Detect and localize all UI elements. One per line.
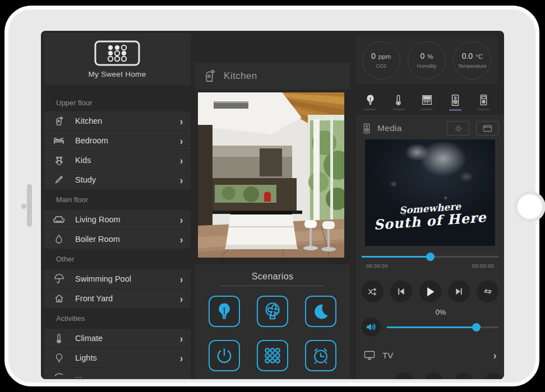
dots-grid-icon — [263, 346, 282, 365]
sensor-humidity: 0% Humidity — [408, 41, 446, 80]
scenarios-panel: Scenarios — [195, 264, 350, 379]
sidebar: My Sweet Home Upper floor Kitchen › — [44, 33, 191, 379]
tab-intercom[interactable] — [477, 91, 489, 114]
section-label: Upper floor — [44, 93, 191, 111]
chevron-right-icon: › — [180, 134, 183, 146]
repeat-button[interactable] — [477, 281, 498, 302]
partial-icon — [53, 368, 65, 379]
chevron-right-icon: › — [180, 292, 183, 304]
sidebar-item-label: Climate — [75, 334, 180, 343]
thermometer-icon — [53, 333, 65, 344]
sensor-value: 0 — [420, 52, 424, 60]
device-circle-button[interactable] — [482, 372, 504, 379]
volume-slider[interactable] — [387, 323, 498, 331]
device-circle-button[interactable] — [393, 372, 415, 379]
tv-row[interactable]: TV › — [362, 346, 498, 365]
play-icon — [424, 286, 436, 297]
progress-thumb[interactable] — [426, 253, 435, 261]
sidebar-item-bedroom[interactable]: Bedroom › — [44, 131, 191, 150]
shuffle-icon — [367, 287, 378, 296]
scenario-night-button[interactable] — [305, 296, 336, 327]
device-circle-button[interactable] — [423, 372, 445, 379]
chevron-right-icon: › — [180, 115, 183, 127]
scenario-keypad-button[interactable] — [257, 340, 288, 371]
sidebar-item-boiler-room[interactable]: Boiler Room › — [44, 230, 191, 249]
progress-slider[interactable] — [362, 253, 498, 260]
bulb-icon — [53, 352, 65, 363]
tab-media[interactable] — [449, 91, 461, 114]
sidebar-item-label: Kids — [75, 156, 180, 165]
sidebar-item-kitchen[interactable]: Kitchen › — [44, 111, 191, 130]
bulb-filled-icon — [216, 302, 233, 321]
main-column: Kitchen — [195, 31, 350, 379]
volume-thumb[interactable] — [472, 323, 481, 332]
sensor-label: CO2 — [376, 63, 386, 69]
sidebar-item-lights[interactable]: Lights › — [44, 348, 191, 367]
speaker-icon — [451, 94, 460, 106]
water-drop-icon — [53, 234, 65, 245]
tab-lights[interactable] — [364, 91, 376, 114]
tab-climate[interactable] — [392, 91, 405, 114]
media-title: Media — [377, 123, 440, 133]
home-button[interactable] — [518, 194, 542, 219]
thermometer-icon — [395, 94, 402, 106]
remaining-time: 00:00:00 — [472, 263, 494, 269]
sensor-value: 0.0 — [462, 52, 473, 60]
sidebar-item-label: Lights — [75, 353, 180, 362]
dots-grid-logo-icon — [94, 40, 140, 66]
kettle-icon — [202, 69, 217, 83]
chevron-right-icon: › — [180, 174, 183, 185]
sidebar-item-living-room[interactable]: Living Room › — [44, 210, 191, 229]
scenario-power-button[interactable] — [209, 340, 240, 371]
tab-blinds[interactable] — [421, 91, 433, 114]
section-label: Activities — [44, 309, 191, 329]
scenario-fan-button[interactable] — [257, 296, 288, 327]
tv-icon — [364, 351, 375, 360]
shuffle-button[interactable] — [362, 281, 384, 302]
scenario-alarm-button[interactable] — [305, 340, 336, 371]
speaker-icon — [363, 123, 371, 134]
room-header: Kitchen — [195, 63, 350, 90]
volume-rocker — [27, 184, 32, 227]
fan-icon — [263, 301, 282, 321]
media-panel: Media — [356, 115, 504, 379]
volume-icon — [366, 323, 376, 332]
sidebar-item-front-yard[interactable]: Front Yard › — [44, 289, 191, 308]
sidebar-item-swimming-pool[interactable]: Swimming Pool › — [44, 269, 191, 288]
app-screen: My Sweet Home Upper floor Kitchen › — [41, 31, 504, 379]
sidebar-item-label: Boiler Room — [75, 235, 180, 244]
kitchen-photo — [198, 92, 344, 258]
sidebar-item-label: Kitchen — [75, 116, 180, 125]
previous-button[interactable] — [390, 281, 412, 302]
device-more-button[interactable]: ... — [452, 372, 474, 379]
mute-button[interactable] — [362, 318, 381, 337]
play-button[interactable] — [419, 281, 441, 302]
sidebar-item-kids[interactable]: Kids › — [44, 151, 191, 170]
section-label: Other — [44, 249, 191, 269]
media-settings-button[interactable] — [447, 121, 469, 136]
sidebar-item-partial[interactable]: ... — [44, 368, 191, 379]
sidebar-item-climate[interactable]: Climate › — [44, 329, 191, 348]
sensor-unit: % — [427, 53, 433, 60]
alarm-clock-icon — [311, 346, 330, 365]
house-icon — [53, 293, 65, 304]
sidebar-item-label: ... — [75, 371, 183, 379]
pen-icon — [53, 174, 65, 185]
sidebar-item-label: Living Room — [75, 215, 180, 224]
sidebar-item-study[interactable]: Study › — [44, 170, 191, 189]
scenario-lights-button[interactable] — [209, 296, 240, 327]
bulb-filled-icon — [366, 94, 375, 106]
album-art: Somewhere South of Here — [365, 139, 495, 246]
skip-previous-icon — [397, 287, 405, 296]
sensor-unit: ppm — [378, 53, 391, 60]
media-library-button[interactable] — [476, 121, 498, 136]
sensor-temperature: 0.0°C Temperature — [453, 41, 491, 80]
volume-row — [356, 318, 504, 337]
home-logo-button[interactable]: My Sweet Home — [44, 33, 191, 85]
page-title: Kitchen — [224, 71, 257, 82]
sidebar-item-label: Study — [75, 175, 180, 184]
repeat-icon — [483, 287, 493, 296]
tv-label: TV — [382, 351, 486, 360]
sensor-label: Humidity — [417, 63, 436, 69]
next-button[interactable] — [448, 281, 470, 302]
